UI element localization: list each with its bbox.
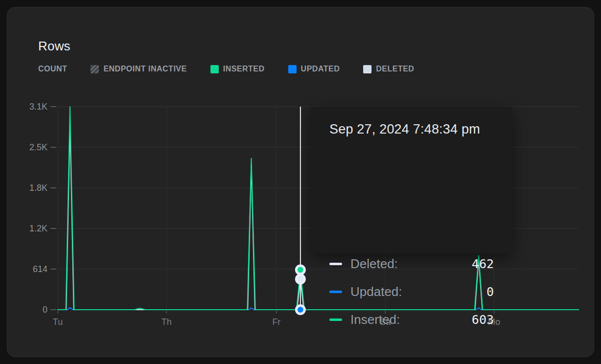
y-tick-label: 2.5K: [29, 142, 47, 152]
inserted-dash-icon: [329, 318, 342, 321]
tooltip-value: 0: [486, 285, 494, 299]
tooltip-label: Updated:: [350, 284, 402, 299]
tooltip-row-updated: Updated: 0: [329, 283, 494, 300]
x-tick-label: Th: [162, 317, 172, 327]
y-tick-label: 0: [43, 305, 47, 315]
page-background: Rows COUNT ENDPOINT INACTIVE INSERTED UP…: [0, 0, 601, 364]
tooltip-label: Inserted:: [350, 312, 400, 327]
rows-chart-card: Rows COUNT ENDPOINT INACTIVE INSERTED UP…: [7, 7, 594, 357]
tooltip-label: Deleted:: [350, 256, 398, 272]
updated-dash-icon: [329, 291, 342, 293]
x-tick-label: Fr: [272, 317, 280, 327]
y-tick-label: 3.1K: [29, 102, 47, 112]
chart-tooltip: Sep 27, 2024 7:48:34 pm Deleted: 462 Upd…: [311, 107, 512, 253]
y-tick-label: 614: [33, 264, 47, 274]
tooltip-row-inserted: Inserted: 603: [329, 311, 494, 328]
y-tick-label: 1.8K: [29, 183, 47, 193]
tooltip-value: 603: [472, 313, 494, 327]
tooltip-row-deleted: Deleted: 462: [329, 255, 494, 273]
deleted-dash-icon: [329, 263, 342, 265]
tooltip-value: 462: [472, 257, 494, 271]
tooltip-timestamp: Sep 27, 2024 7:48:34 pm: [329, 122, 480, 137]
y-tick-label: 1.2K: [29, 224, 47, 233]
x-tick-label: Tu: [53, 317, 63, 327]
